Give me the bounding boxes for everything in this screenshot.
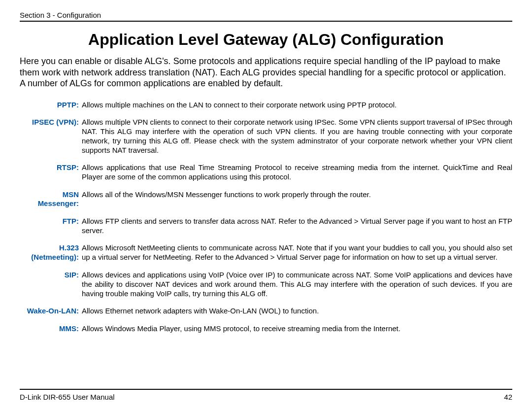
def-row: FTP: Allows FTP clients and servers to t… xyxy=(25,216,512,235)
def-label: MMS: xyxy=(25,324,82,334)
footer-row: D-Link DIR-655 User Manual 42 xyxy=(20,393,512,401)
page-title: Application Level Gateway (ALG) Configur… xyxy=(20,31,512,49)
def-desc: Allows Microsoft NetMeeting clients to c… xyxy=(82,243,512,262)
footer-page-number: 42 xyxy=(504,393,512,401)
def-desc: Allows FTP clients and servers to transf… xyxy=(82,216,512,235)
def-row: MSN Messenger: Allows all of the Windows… xyxy=(25,190,512,209)
def-row: PPTP: Allows multiple machines on the LA… xyxy=(25,100,512,110)
def-label: SIP: xyxy=(25,270,82,280)
def-desc: Allows Windows Media Player, using MMS p… xyxy=(82,324,512,333)
section-header: Section 3 - Configuration xyxy=(20,11,512,19)
footer-left: D-Link DIR-655 User Manual xyxy=(20,393,115,401)
def-row: H.323 (Netmeeting): Allows Microsoft Net… xyxy=(25,243,512,262)
def-label: Wake-On-LAN: xyxy=(25,306,82,316)
bottom-divider xyxy=(20,389,512,390)
def-label: MSN Messenger: xyxy=(25,190,82,209)
def-desc: Allows multiple VPN clients to connect t… xyxy=(82,117,512,155)
def-label: PPTP: xyxy=(25,100,82,110)
def-desc: Allows devices and applications using Vo… xyxy=(82,270,512,298)
def-label: H.323 (Netmeeting): xyxy=(25,243,82,262)
def-label: IPSEC (VPN): xyxy=(25,117,82,127)
def-row: IPSEC (VPN): Allows multiple VPN clients… xyxy=(25,117,512,155)
def-desc: Allows Ethernet network adapters with Wa… xyxy=(82,306,512,315)
page-footer: D-Link DIR-655 User Manual 42 xyxy=(20,389,512,401)
def-desc: Allows all of the Windows/MSN Messenger … xyxy=(82,190,512,199)
top-divider xyxy=(20,21,512,22)
def-row: Wake-On-LAN: Allows Ethernet network ada… xyxy=(25,306,512,316)
intro-paragraph: Here you can enable or disable ALG's. So… xyxy=(20,56,512,89)
def-row: RTSP: Allows applications that use Real … xyxy=(25,163,512,181)
definition-list: PPTP: Allows multiple machines on the LA… xyxy=(20,100,512,334)
def-label: FTP: xyxy=(25,216,82,226)
def-label: RTSP: xyxy=(25,163,82,172)
def-row: MMS: Allows Windows Media Player, using … xyxy=(25,324,512,334)
def-row: SIP: Allows devices and applications usi… xyxy=(25,270,512,298)
def-desc: Allows multiple machines on the LAN to c… xyxy=(82,100,512,109)
def-desc: Allows applications that use Real Time S… xyxy=(82,163,512,181)
